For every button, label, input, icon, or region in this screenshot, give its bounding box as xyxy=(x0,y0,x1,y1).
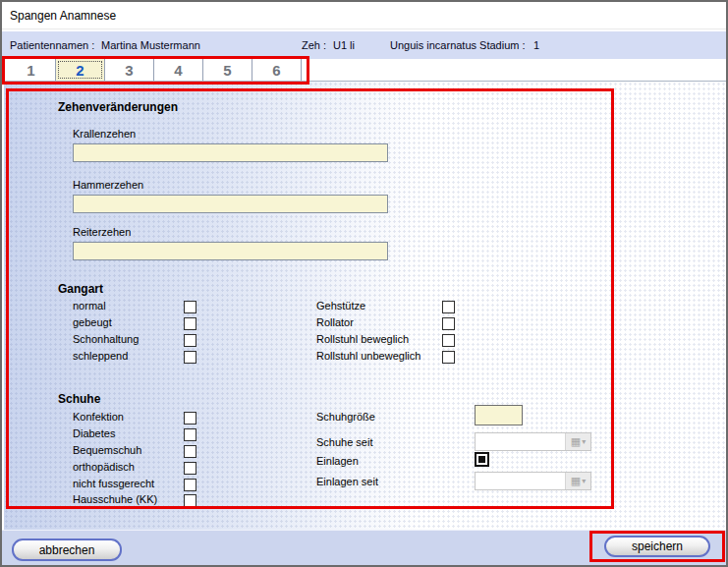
section-heading-gangart: Gangart xyxy=(58,282,103,296)
schuhgroesse-label: Schuhgröße xyxy=(316,411,375,423)
section-heading-schuhe: Schuhe xyxy=(58,392,100,406)
tab-5[interactable]: 5 xyxy=(203,59,252,81)
tab-1[interactable]: 1 xyxy=(7,59,56,81)
gangart-gehstuetze-checkbox[interactable] xyxy=(442,301,455,313)
einlagen-label: Einlagen xyxy=(316,455,359,467)
gangart-rollstuhl-beweglich-checkbox[interactable] xyxy=(442,334,455,347)
cancel-button[interactable]: abbrechen xyxy=(12,539,122,561)
window-title: Spangen Anamnese xyxy=(10,9,116,23)
gangart-gebeugt-checkbox[interactable] xyxy=(184,317,196,330)
stadium-value: 1 xyxy=(533,39,539,51)
tab-6-label: 6 xyxy=(272,62,280,79)
gangart-schonhaltung-label: Schonhaltung xyxy=(73,333,139,345)
schuhe-hausschuhe-label: Hausschuhe (KK) xyxy=(73,493,157,505)
schuhe-konfektion-label: Konfektion xyxy=(73,411,124,423)
tab-5-label: 5 xyxy=(223,62,231,79)
patient-name-label: Patientennamen : xyxy=(10,39,94,51)
schuhe-nicht-fussgerecht-checkbox[interactable] xyxy=(184,479,196,491)
tab-2[interactable]: 2 xyxy=(56,59,105,81)
krallenzehen-label: Krallenzehen xyxy=(73,128,136,140)
tab-4[interactable]: 4 xyxy=(154,59,203,81)
calendar-icon: ▦ xyxy=(571,436,581,447)
tab-3-label: 3 xyxy=(125,62,133,79)
tab-1-label: 1 xyxy=(27,62,34,79)
einlagen-seit-dropdown-button[interactable]: ▦▾ xyxy=(565,473,590,489)
einlagen-checkbox-fill xyxy=(478,456,485,463)
gangart-normal-checkbox[interactable] xyxy=(184,301,196,313)
stadium-label: Unguis incarnatus Stadium : xyxy=(390,39,526,51)
schuhe-orthopaedisch-label: orthopädisch xyxy=(73,461,135,473)
save-button[interactable]: speichern xyxy=(604,536,710,557)
save-annotation-box: speichern xyxy=(589,531,725,562)
schuhe-orthopaedisch-checkbox[interactable] xyxy=(184,462,196,475)
toe-label: Zeh : xyxy=(302,39,326,51)
einlagen-checkbox[interactable] xyxy=(475,452,489,467)
gangart-rollstuhl-beweglich-label: Rollstuhl beweglich xyxy=(316,333,409,345)
schuhe-nicht-fussgerecht-label: nicht fussgerecht xyxy=(73,478,154,489)
gangart-schleppend-checkbox[interactable] xyxy=(184,351,196,364)
einlagen-seit-value xyxy=(476,473,565,489)
gangart-rollstuhl-unbeweglich-checkbox[interactable] xyxy=(442,351,455,364)
gangart-rollstuhl-unbeweglich-label: Rollstuhl unbeweglich xyxy=(316,350,420,362)
gangart-rollator-checkbox[interactable] xyxy=(442,317,455,330)
chevron-down-icon: ▾ xyxy=(582,478,586,485)
gangart-gebeugt-label: gebeugt xyxy=(73,316,112,328)
tab-6[interactable]: 6 xyxy=(252,59,302,81)
spangen-anamnese-window: Spangen Anamnese Patientennamen : Martin… xyxy=(0,0,728,567)
tab-3[interactable]: 3 xyxy=(105,59,154,81)
schuhe-konfektion-checkbox[interactable] xyxy=(184,412,196,425)
einlagen-seit-label: Einlagen seit xyxy=(316,476,378,487)
schuhe-diabetes-label: Diabetes xyxy=(73,427,115,439)
krallenzehen-input[interactable] xyxy=(73,143,388,162)
tab-2-label: 2 xyxy=(76,62,84,79)
schuhe-seit-dropdown-button[interactable]: ▦▾ xyxy=(565,433,590,450)
schuhe-bequemschuh-checkbox[interactable] xyxy=(184,445,196,458)
schuhe-diabetes-checkbox[interactable] xyxy=(184,428,196,441)
tab-4-label: 4 xyxy=(174,62,182,79)
calendar-icon: ▦ xyxy=(571,476,581,486)
patient-info-bar: Patientennamen : Martina Mustermann Zeh … xyxy=(2,31,726,59)
gangart-schleppend-label: schleppend xyxy=(73,350,128,362)
chevron-down-icon: ▾ xyxy=(582,438,586,446)
gangart-rollator-label: Rollator xyxy=(316,316,354,328)
reiterzehen-label: Reiterzehen xyxy=(73,226,131,238)
schuhe-seit-label: Schuhe seit xyxy=(316,436,372,448)
gangart-normal-label: normal xyxy=(73,300,106,312)
gangart-schonhaltung-checkbox[interactable] xyxy=(184,334,196,347)
hammerzehen-label: Hammerzehen xyxy=(73,179,143,191)
schuhe-hausschuhe-checkbox[interactable] xyxy=(184,494,196,507)
hammerzehen-input[interactable] xyxy=(73,195,388,213)
tab-strip: 1 2 3 4 5 6 xyxy=(2,59,726,81)
schuhgroesse-input[interactable] xyxy=(475,405,523,425)
einlagen-seit-datepicker[interactable]: ▦▾ xyxy=(475,472,591,490)
patient-name-value: Martina Mustermann xyxy=(101,39,200,51)
toe-value: U1 li xyxy=(333,39,355,51)
schuhe-seit-datepicker[interactable]: ▦▾ xyxy=(475,432,591,451)
schuhe-seit-value xyxy=(476,433,565,450)
section-heading-zehen: Zehenveränderungen xyxy=(58,100,178,114)
reiterzehen-input[interactable] xyxy=(73,242,388,260)
gangart-gehstuetze-label: Gehstütze xyxy=(316,300,365,312)
title-separator xyxy=(2,28,726,29)
schuhe-bequemschuh-label: Bequemschuh xyxy=(73,444,141,456)
